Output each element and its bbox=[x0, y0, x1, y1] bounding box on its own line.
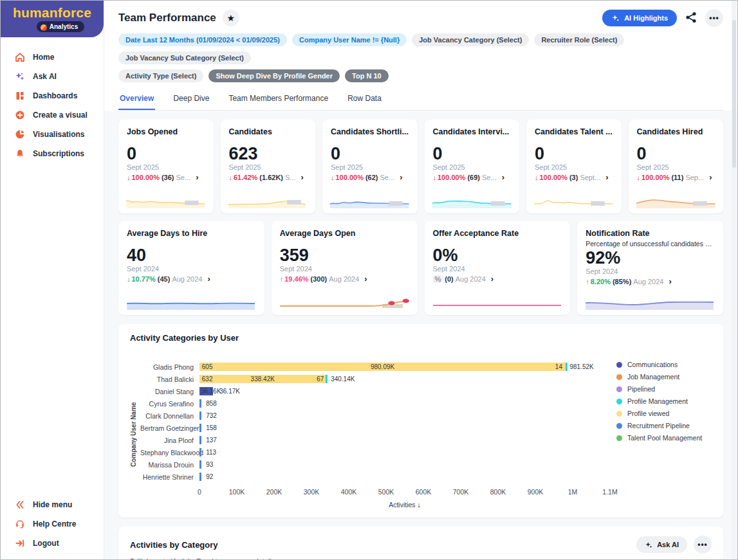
bar-segment[interactable] bbox=[199, 436, 201, 444]
legend-item[interactable]: Profile viewed bbox=[616, 410, 712, 417]
trend-down-icon: ↓ bbox=[127, 275, 131, 283]
favourite-star-icon[interactable]: ★ bbox=[223, 10, 239, 26]
filter-chip-date[interactable]: Date Last 12 Months (01/09/2024 < 01/09/… bbox=[118, 33, 287, 46]
bar-segment[interactable] bbox=[199, 399, 201, 408]
row-label: Thad Balicki bbox=[140, 375, 199, 383]
trend-up-icon: ↑ bbox=[586, 278, 589, 285]
ask-ai-button[interactable]: Ask AI bbox=[636, 536, 687, 553]
kpi-card-candidates-shortlisted[interactable]: Candidates Shortli... 0 Sept 2025 ↓100.0… bbox=[322, 120, 418, 213]
filter-chip-top-n[interactable]: Top N 10 bbox=[345, 69, 389, 82]
chart-bar-row: Cyrus Serafino858 bbox=[140, 397, 610, 410]
headset-icon bbox=[15, 519, 25, 529]
plus-circle-icon bbox=[15, 110, 25, 120]
sidebar-item-help-centre[interactable]: Help Centre bbox=[1, 514, 104, 534]
bar-segment[interactable] bbox=[199, 460, 201, 469]
sidebar-item-hide-menu[interactable]: Hide menu bbox=[1, 495, 104, 514]
row-label: Gladis Phong bbox=[140, 363, 199, 371]
legend-item[interactable]: Profile Management bbox=[616, 397, 712, 405]
legend-label: Recruitment Pipeline bbox=[627, 422, 690, 429]
chevron-right-icon[interactable]: › bbox=[400, 172, 402, 182]
row-label: Henriette Shriner bbox=[140, 473, 199, 481]
x-axis-tick: 100K bbox=[229, 488, 245, 496]
row-label: Jina Ploof bbox=[140, 437, 199, 444]
app-window: humanforce Analytics Home Ask AI Dashboa… bbox=[0, 0, 738, 560]
sort-descending-icon[interactable]: ↓ bbox=[418, 501, 421, 509]
more-options-button[interactable]: ••• bbox=[705, 9, 723, 27]
chevron-right-icon[interactable]: › bbox=[491, 274, 494, 284]
chevron-right-icon[interactable]: › bbox=[207, 274, 210, 284]
chart-title: Activities by Category bbox=[130, 540, 218, 550]
sidebar-item-home[interactable]: Home bbox=[1, 48, 104, 67]
kpi-card-jobs-opened[interactable]: Jobs Opened 0 Sept 2025 ↓100.00%(36)Se..… bbox=[118, 120, 214, 213]
legend-item[interactable]: Job Management bbox=[616, 373, 712, 381]
sidebar-item-visualisations[interactable]: Visualisations bbox=[1, 125, 104, 144]
tab-deep-dive[interactable]: Deep Dive bbox=[172, 91, 210, 110]
scrollbar-thumb[interactable] bbox=[732, 20, 736, 168]
kpi-card-candidates-hired[interactable]: Candidates Hired 0 Sept 2025 ↓100.00%(11… bbox=[629, 120, 724, 213]
chevron-right-icon[interactable]: › bbox=[605, 172, 608, 182]
ai-highlights-button[interactable]: AI Highlights bbox=[602, 10, 677, 26]
bar-segment[interactable] bbox=[326, 375, 327, 383]
bar-segment[interactable] bbox=[199, 424, 201, 432]
kpi-card-candidates-talent[interactable]: Candidates Talent ... 0 Sept 2025 ↓100.0… bbox=[526, 120, 622, 213]
humanforce-logo: humanforce bbox=[1, 6, 104, 20]
x-axis-tick: 800K bbox=[490, 488, 506, 496]
filter-chip-activity-type[interactable]: Activity Type (Select) bbox=[118, 69, 203, 82]
sidebar-item-create-visual[interactable]: Create a visual bbox=[1, 105, 104, 125]
x-axis-tick: 900K bbox=[528, 488, 544, 496]
x-axis-tick: 1.1M bbox=[602, 488, 617, 496]
sidebar-item-subscriptions[interactable]: Subscriptions bbox=[1, 144, 104, 163]
kpi-card-candidates-interviewed[interactable]: Candidates Intervi... 0 Sept 2025 ↓100.0… bbox=[425, 120, 520, 213]
more-options-button[interactable]: ••• bbox=[694, 536, 712, 554]
filter-chip-vacancy-subcategory[interactable]: Job Vacancy Sub Category (Select) bbox=[118, 51, 251, 64]
legend-item[interactable]: Talent Pool Management bbox=[616, 434, 712, 442]
filter-chip-recruiter-role[interactable]: Recruiter Role (Select) bbox=[534, 33, 624, 46]
chevron-right-icon[interactable]: › bbox=[301, 172, 304, 182]
sparkline bbox=[125, 297, 258, 310]
kpi-card-notification-rate[interactable]: Notification Rate Percentage of unsucces… bbox=[577, 221, 723, 315]
kpi-value: 0 bbox=[127, 145, 205, 163]
kpi-card-candidates[interactable]: Candidates 623 Sept 2025 ↓61.42%(1.62K)S… bbox=[221, 120, 316, 213]
chevron-right-icon[interactable]: › bbox=[196, 172, 198, 182]
sidebar-item-logout[interactable]: Logout bbox=[1, 534, 104, 553]
bar-segment[interactable] bbox=[566, 363, 567, 371]
filter-chips-row-2: Activity Type (Select) Show Deep Dive By… bbox=[118, 69, 723, 82]
chart-subtitle: Drill down to 'Activity Type' to see mor… bbox=[130, 557, 712, 560]
tab-bar: Overview Deep Dive Team Members Performa… bbox=[118, 91, 723, 111]
page-header: Team Performance ★ AI Highlights ••• Dat… bbox=[104, 1, 737, 111]
chevron-right-icon[interactable]: › bbox=[669, 276, 671, 286]
bar-segment[interactable] bbox=[199, 448, 201, 456]
filter-chip-company-user[interactable]: Company User Name != {Null} bbox=[292, 33, 407, 46]
chevron-right-icon[interactable]: › bbox=[364, 274, 367, 284]
tab-team-members-performance[interactable]: Team Members Performance bbox=[227, 91, 329, 110]
filter-chip-vacancy-category[interactable]: Job Vacancy Category (Select) bbox=[412, 33, 529, 46]
kpi-card-offer-acceptance[interactable]: Offer Acceptance Rate 0% Sept 2024 %(0)A… bbox=[425, 221, 571, 315]
legend-item[interactable]: Pipelined bbox=[616, 385, 712, 393]
legend-item[interactable]: Communications bbox=[616, 361, 712, 368]
kpi-card-avg-days-to-hire[interactable]: Average Days to Hire 40 Sept 2024 ↓10.77… bbox=[118, 221, 264, 315]
kpi-card-avg-days-open[interactable]: Average Days Open 359 Sept 2024 ↑19.46%(… bbox=[272, 221, 418, 315]
chevron-right-icon[interactable]: › bbox=[709, 172, 712, 182]
tab-overview[interactable]: Overview bbox=[118, 91, 155, 110]
sidebar-item-dashboards[interactable]: Dashboards bbox=[1, 86, 104, 105]
legend-label: Communications bbox=[627, 361, 678, 368]
chart-bar-row: Clark Donnellan732 bbox=[140, 410, 610, 422]
sidebar-item-ask-ai[interactable]: Ask AI bbox=[1, 67, 104, 86]
vertical-scrollbar[interactable] bbox=[732, 1, 737, 559]
trend-up-icon: ↑ bbox=[280, 275, 284, 283]
bar-segment[interactable] bbox=[199, 411, 201, 420]
bar-track: 158 bbox=[199, 424, 610, 432]
bar-value-label: 858 bbox=[206, 400, 217, 407]
chevron-right-icon[interactable]: › bbox=[502, 172, 504, 182]
x-axis-ticks: 0100K200K300K400K500K600K700K800K900K1M1… bbox=[199, 488, 610, 498]
legend-item[interactable]: Recruitment Pipeline bbox=[616, 422, 712, 429]
share-button[interactable] bbox=[685, 11, 697, 26]
bar-segment[interactable] bbox=[199, 473, 201, 481]
legend-label: Job Management bbox=[627, 373, 679, 381]
dashboard-content: Jobs Opened 0 Sept 2025 ↓100.00%(36)Se..… bbox=[104, 111, 737, 560]
analytics-badge: Analytics bbox=[37, 21, 84, 32]
tab-row-data[interactable]: Row Data bbox=[346, 91, 383, 110]
kpi-subtitle: Percentage of unsuccessful candidates wh… bbox=[586, 240, 715, 248]
trend-down-icon: ↓ bbox=[331, 174, 335, 181]
filter-chip-deep-dive-gender[interactable]: Show Deep Dive By Profile Gender bbox=[208, 69, 340, 82]
